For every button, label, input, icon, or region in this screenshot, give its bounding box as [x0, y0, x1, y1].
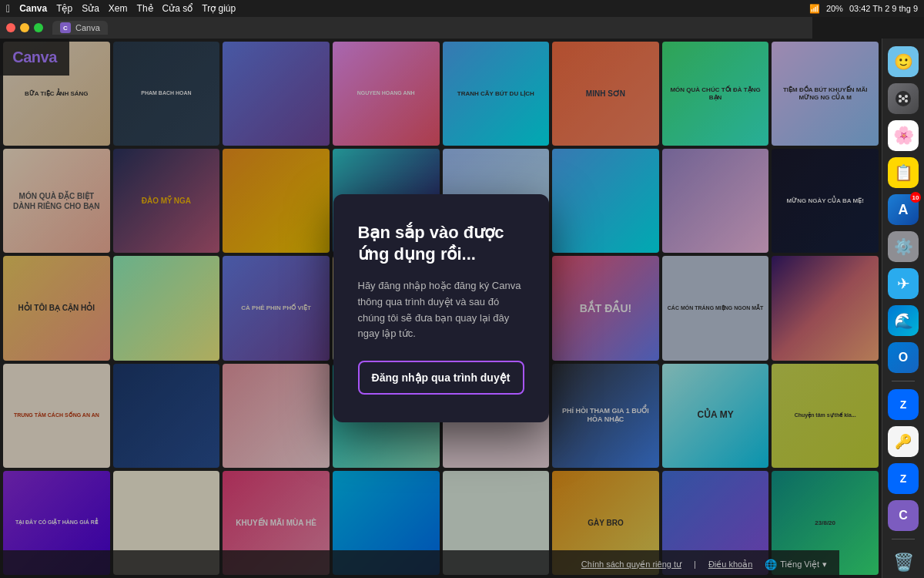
apple-logo-icon[interactable]:  [6, 2, 10, 15]
battery-icon: 20% [826, 4, 843, 13]
svg-point-5 [902, 97, 905, 100]
menu-help[interactable]: Trợ giúp [202, 3, 236, 14]
menu-card[interactable]: Thẻ [137, 3, 153, 14]
finder-icon[interactable]: 🙂 [888, 46, 919, 77]
edge-icon[interactable]: 🌊 [888, 305, 919, 336]
outlook-icon[interactable]: O [888, 342, 919, 373]
browser-tab[interactable]: C Canva [52, 21, 108, 35]
trash-icon[interactable]: 🗑️ [888, 547, 919, 578]
wifi-icon: 📶 [809, 4, 820, 14]
dock: 🙂 🌸 📋 A 10 ⚙️ ✈ 🌊 O Z 🔑 Z C 🗑️ [882, 39, 924, 578]
modal-title: Bạn sắp vào được ứng dụng rồi... [358, 222, 524, 266]
svg-point-3 [899, 99, 902, 102]
menu-bar-right: 📶 20% 03:42 Th 2 9 thg 9 [809, 4, 918, 14]
menu-bar:  Canva Tệp Sửa Xem Thẻ Cửa sổ Trợ giúp … [0, 0, 924, 17]
title-bar: C Canva [0, 17, 812, 39]
login-modal: Bạn sắp vào được ứng dụng rồi... Hãy đăn… [333, 194, 549, 422]
app-area: BỮA TIỆC ẢNH SÁNG PHAM BACH HOAN NGUYEN … [0, 39, 882, 578]
menu-bar-left:  Canva Tệp Sửa Xem Thẻ Cửa sổ Trợ giúp [6, 2, 236, 15]
footer-separator: | [694, 560, 696, 569]
zalo-icon-2[interactable]: Z [888, 463, 919, 494]
dock-separator-2 [892, 539, 915, 539]
svg-point-1 [899, 95, 902, 98]
footer: Chính sách quyền riêng tư | Điều khoản 🌐… [0, 550, 839, 578]
app-store-icon[interactable]: A 10 [888, 194, 919, 225]
chevron-down-icon: ▾ [822, 560, 827, 570]
modal-overlay: Bạn sắp vào được ứng dụng rồi... Hãy đăn… [0, 39, 882, 578]
svg-point-2 [905, 95, 908, 98]
menu-file[interactable]: Tệp [56, 3, 72, 14]
browser-login-button[interactable]: Đăng nhập qua trình duyệt [358, 361, 524, 395]
app-store-badge: 10 [910, 192, 921, 203]
terms-link[interactable]: Điều khoản [708, 560, 752, 570]
dock-separator-1 [892, 381, 915, 381]
tab-favicon: C [60, 22, 71, 33]
tab-title: Canva [75, 23, 100, 32]
language-selector[interactable]: 🌐 Tiếng Việt ▾ [765, 559, 827, 570]
notes-icon[interactable]: 📋 [888, 157, 919, 188]
globe-icon: 🌐 [765, 559, 777, 570]
telegram-icon[interactable]: ✈ [888, 268, 919, 299]
menu-edit[interactable]: Sửa [82, 3, 99, 14]
launchpad-icon[interactable] [888, 83, 919, 114]
clock: 03:42 Th 2 9 thg 9 [849, 4, 918, 13]
privacy-policy-link[interactable]: Chính sách quyền riêng tư [581, 560, 681, 570]
menu-view[interactable]: Xem [109, 3, 128, 14]
minimize-button[interactable] [20, 23, 29, 32]
language-label: Tiếng Việt [780, 560, 819, 570]
menu-window[interactable]: Cửa sổ [162, 3, 193, 14]
system-prefs-icon[interactable]: ⚙️ [888, 231, 919, 262]
password-manager-icon[interactable]: 🔑 [888, 426, 919, 457]
photos-icon[interactable]: 🌸 [888, 120, 919, 151]
canva-app-icon[interactable]: C [888, 500, 919, 531]
zalo-icon-1[interactable]: Z [888, 389, 919, 420]
maximize-button[interactable] [34, 23, 43, 32]
svg-point-4 [905, 99, 908, 102]
app-menu-canva[interactable]: Canva [19, 3, 47, 14]
traffic-lights [6, 23, 43, 32]
modal-description: Hãy đăng nhập hoặc đăng ký Canva thông q… [358, 278, 524, 342]
close-button[interactable] [6, 23, 15, 32]
